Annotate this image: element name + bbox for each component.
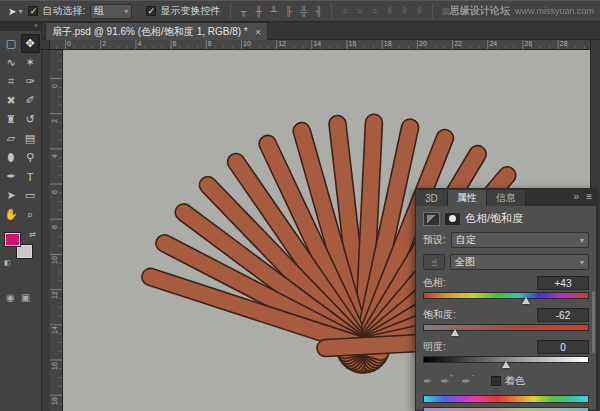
auto-align-layers-icon[interactable]: ▦ — [438, 6, 453, 16]
dodge-tool[interactable]: ⚲ — [21, 148, 40, 167]
eraser-tool[interactable]: ▱ — [2, 129, 21, 148]
ruler-tick-label: 12 — [51, 291, 58, 299]
tab-properties[interactable]: 属性 — [448, 190, 487, 206]
document-tab-bar: 扇子.psd @ 91.6% (色相/饱和度 1, RGB/8) * × — [42, 22, 600, 40]
align-bottom-edges-icon[interactable]: ╨ — [266, 6, 281, 16]
colorize-label: 着色 — [505, 374, 525, 388]
ruler-tick-label: 6 — [51, 190, 58, 194]
sliders-group: 色相:+43饱和度:-62明度:0 — [423, 276, 589, 368]
gradient-tool[interactable]: ▤ — [21, 129, 40, 148]
zoom-tool[interactable]: ⌕ — [21, 205, 40, 224]
slider-thumb[interactable] — [502, 361, 510, 368]
screen-mode-button[interactable]: ▣ — [21, 292, 30, 303]
distribute-center-icon[interactable]: ⫴ — [397, 6, 412, 17]
show-transform-checkbox[interactable]: ✓ — [146, 6, 156, 16]
align-horizontal-centers-icon[interactable]: ╬ — [296, 6, 311, 16]
vertical-ruler: 024681012141618 — [50, 50, 63, 411]
distribute-left-icon[interactable]: ⫴ — [382, 6, 397, 17]
ruler-tick-label: 12 — [278, 40, 286, 47]
close-icon[interactable]: × — [255, 26, 261, 38]
collapse-panel-icon[interactable]: » — [574, 191, 580, 202]
channel-value: 全图 — [455, 255, 475, 269]
separator — [432, 3, 433, 19]
ruler-tick-label: 24 — [489, 40, 497, 47]
slider-track[interactable] — [423, 324, 589, 331]
panel-scrollbar[interactable] — [592, 291, 595, 353]
slider-0: 色相:+43 — [423, 276, 589, 304]
pen-tool[interactable]: ✒ — [2, 167, 21, 186]
history-brush-tool[interactable]: ↺ — [21, 110, 40, 129]
slider-label: 明度: — [423, 340, 446, 354]
align-left-edges-icon[interactable]: ╟ — [281, 6, 296, 16]
slider-2: 明度:0 — [423, 340, 589, 368]
magic-wand-tool[interactable]: ✶ — [21, 53, 40, 72]
panel-menu-icon[interactable]: ≡ — [586, 191, 592, 202]
healing-brush-tool[interactable]: ✚ — [2, 91, 21, 110]
brush-tool[interactable]: ✐ — [21, 91, 40, 110]
eyedropper-tool[interactable]: ✑ — [21, 72, 40, 91]
preset-value: 自定 — [456, 233, 476, 247]
move-tool-icon: ➤ — [8, 6, 16, 17]
auto-select-checkbox[interactable]: ✓ — [28, 6, 38, 16]
distribute-bottom-icon[interactable]: ≡ — [367, 6, 382, 16]
tab-3d[interactable]: 3D — [416, 190, 448, 206]
channel-dropdown[interactable]: 全图 ▾ — [450, 254, 589, 270]
chevron-down-icon: ▾ — [580, 236, 584, 245]
type-tool[interactable]: T — [21, 167, 40, 186]
background-color-swatch[interactable] — [17, 245, 32, 258]
slider-thumb[interactable] — [522, 297, 530, 304]
document-tab[interactable]: 扇子.psd @ 91.6% (色相/饱和度 1, RGB/8) * × — [45, 22, 268, 40]
ruler-tick-label: 14 — [313, 40, 321, 47]
tools-panel: « ▢✥∿✶⌗✑✚✐♜↺▱▤⬮⚲✒T➤▭✋⌕ ⇄ ◧ ◉ ▣ — [0, 22, 42, 411]
slider-track[interactable] — [423, 292, 589, 299]
ruler-tick-label: 2 — [51, 119, 58, 123]
adjustment-title: 色相/饱和度 — [465, 211, 523, 226]
path-selection-tool[interactable]: ➤ — [2, 186, 21, 205]
targeted-adjustment-button[interactable]: ☝ — [423, 254, 445, 270]
auto-select-value: 组 — [94, 4, 104, 18]
panel-tab-bar: 3D 属性 信息 » ≡ — [416, 189, 596, 206]
auto-select-dropdown[interactable]: 组 ▾ — [90, 4, 132, 19]
slider-value-field[interactable]: +43 — [537, 276, 589, 290]
lasso-tool[interactable]: ∿ — [2, 53, 21, 72]
distribute-vertical-icon[interactable]: ≡ — [352, 6, 367, 16]
distribute-top-icon[interactable]: ≡ — [337, 6, 352, 16]
align-top-edges-icon[interactable]: ╥ — [236, 6, 251, 16]
quick-mask-button[interactable]: ◉ — [6, 292, 15, 303]
slider-thumb[interactable] — [451, 329, 459, 336]
eyedropper-subtract-icon[interactable]: ✒− — [462, 374, 475, 388]
ruler-tick-label: 18 — [384, 40, 392, 47]
colorize-checkbox[interactable] — [491, 376, 501, 386]
move-tool[interactable]: ✥ — [21, 34, 40, 53]
shape-tool[interactable]: ▭ — [21, 186, 40, 205]
rectangular-marquee-tool[interactable]: ▢ — [2, 34, 21, 53]
ruler-tick-label: 0 — [51, 84, 58, 88]
tools-panel-header[interactable]: « — [0, 22, 41, 31]
separator — [230, 3, 231, 19]
ruler-tick-label: 10 — [51, 256, 58, 264]
chevron-down-icon: ▾ — [124, 7, 128, 16]
distribute-right-icon[interactable]: ⫴ — [412, 6, 427, 17]
eyedropper-add-icon[interactable]: ✒+ — [440, 374, 453, 388]
ruler-tick-label: 16 — [349, 40, 357, 47]
layer-mask-icon[interactable] — [444, 212, 461, 226]
hand-tool[interactable]: ✋ — [2, 205, 21, 224]
tool-preset-caret-icon[interactable]: ▾ — [18, 7, 22, 16]
default-colors-icon[interactable]: ◧ — [4, 259, 11, 267]
slider-value-field[interactable]: -62 — [537, 308, 589, 322]
blur-tool[interactable]: ⬮ — [2, 148, 21, 167]
crop-tool[interactable]: ⌗ — [2, 72, 21, 91]
clone-stamp-tool[interactable]: ♜ — [2, 110, 21, 129]
swap-colors-icon[interactable]: ⇄ — [29, 230, 36, 239]
eyedropper-icon[interactable]: ✒ — [423, 375, 432, 388]
ruler-tick-label: 16 — [51, 362, 58, 370]
preset-dropdown[interactable]: 自定 ▾ — [451, 232, 589, 248]
tab-info[interactable]: 信息 — [487, 190, 526, 206]
slider-value-field[interactable]: 0 — [537, 340, 589, 354]
align-vertical-centers-icon[interactable]: ╫ — [251, 6, 266, 16]
ruler-tick-label: 26 — [525, 40, 533, 47]
ruler-tick-label: 8 — [208, 40, 212, 47]
align-right-edges-icon[interactable]: ╢ — [311, 6, 326, 16]
foreground-color-swatch[interactable] — [5, 233, 20, 246]
adjustment-layer-icon[interactable] — [423, 212, 440, 226]
